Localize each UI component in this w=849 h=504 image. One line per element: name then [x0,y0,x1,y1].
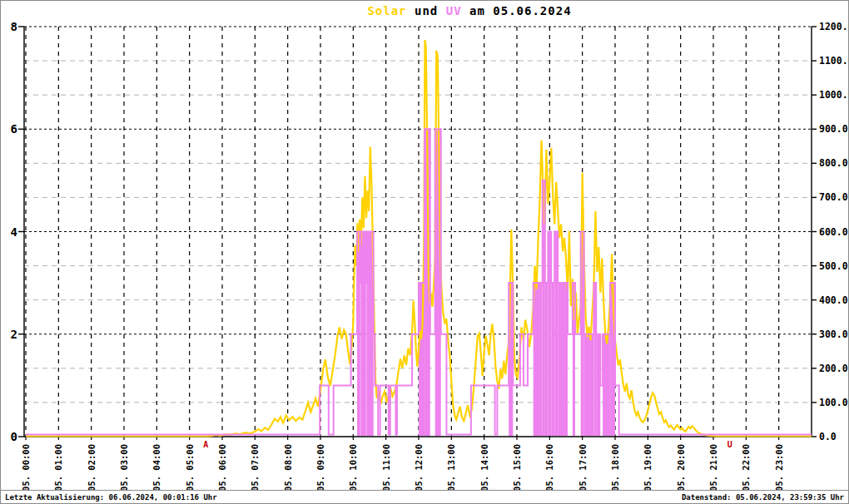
x-axis-label: 05. 18:00 [610,444,620,490]
solar-uv-chart: 024680.0100.0200.0300.0400.0500.0600.070… [1,1,849,490]
x-axis-label: 05. 02:00 [87,444,97,490]
uv-dense-block [534,283,543,436]
chart-title-uv: UV [446,4,462,17]
x-axis-label: 05. 08:00 [283,444,293,490]
x-axis-label: 05. 15:00 [512,444,522,490]
left-axis-label: 2 [11,328,17,341]
uv-dense-block [360,283,360,436]
x-axis-label: 05. 22:00 [741,444,751,490]
chart-title: Solar und UV am 05.06.2024 [367,4,571,17]
uv-dense-block [545,283,549,436]
x-axis-label: 05. 11:00 [381,444,391,490]
right-axis-label: 800.0 [819,157,848,169]
left-axis-label: 6 [11,122,17,136]
chart-title-solar: Solar [367,4,406,17]
uv-dense-block [551,283,554,436]
chart-title-date: am 05.06.2024 [462,4,572,17]
x-axis-label: 05. 23:00 [774,444,784,490]
right-axis-label: 700.0 [819,191,848,203]
x-axis-label: 05. 10:00 [348,444,358,490]
x-axis-label: 05. 14:00 [479,444,489,490]
x-axis-label: 05. 16:00 [544,444,554,490]
uv-dense-block [603,334,610,436]
sunset-marker: U [727,440,732,449]
x-axis-label: 05. 20:00 [676,444,686,490]
x-axis-label: 05. 03:00 [119,444,129,490]
right-axis-label: 200.0 [819,363,848,374]
status-data-timestamp: Datenstand: 05.06.2024, 23:59:35 Uhr [682,493,844,502]
status-bar: Letzte Aktualisierung: 06.06.2024, 00:01… [1,490,848,504]
right-axis-label: 1100.0 [819,55,849,67]
right-axis-label: 400.0 [819,294,848,306]
right-axis-label: 1000.0 [819,89,849,101]
right-axis-label: 1200.0 [819,21,849,32]
uv-dense-block [584,334,594,436]
right-axis-label: 900.0 [819,123,848,135]
x-axis-label: 05. 01:00 [53,444,63,490]
left-axis-label: 4 [11,225,17,239]
x-axis-label: 05. 19:00 [643,444,653,490]
right-axis-label: 0.0 [819,431,837,442]
left-axis-label: 8 [11,20,17,33]
x-axis-label: 05. 07:00 [250,444,260,490]
x-axis-label: 05. 13:00 [446,444,456,490]
x-axis-label: 05. 09:00 [315,444,325,490]
x-axis-label: 05. 00:00 [21,444,31,490]
right-axis-label: 100.0 [819,397,848,408]
x-axis-label: 05. 12:00 [414,444,424,490]
x-axis-label: 05. 04:00 [151,444,161,490]
weather-chart-page: { "title": { "solar_label": "Solar", "mi… [0,0,849,504]
uv-dense-block [558,283,568,436]
right-axis-label: 500.0 [819,260,848,272]
x-axis-label: 05. 21:00 [708,444,718,490]
status-last-update: Letzte Aktualisierung: 06.06.2024, 00:01… [5,493,217,502]
chart-title-und: und [407,4,446,17]
left-axis-label: 0 [11,430,17,443]
uv-dense-block [365,283,366,436]
x-axis-label: 05. 06:00 [217,444,227,490]
gridlines [24,27,812,437]
right-axis-label: 600.0 [819,226,848,238]
x-axis-label: 05. 17:00 [578,444,588,490]
right-axis-label: 300.0 [819,329,848,340]
x-axis-label: 05. 05:00 [185,444,195,490]
sunrise-marker: A [203,440,208,449]
